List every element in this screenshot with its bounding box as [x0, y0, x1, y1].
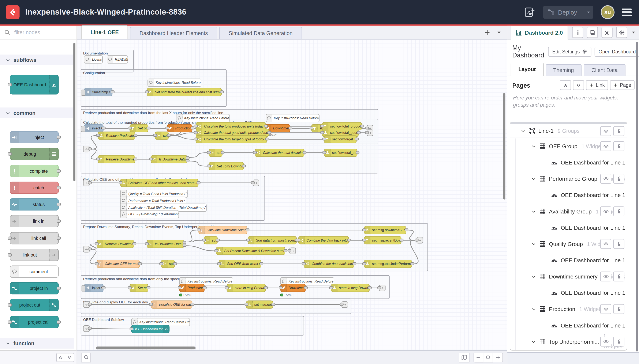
flow-node-linkout[interactable]: [342, 301, 348, 308]
flow-node-linkout[interactable]: [379, 284, 386, 291]
flow-node-comment-readme[interactable]: README: [107, 55, 128, 64]
flow-node-comment-key-instructions-read-b[interactable]: Key Instructions: Read Before Proceeding: [148, 78, 201, 87]
tree-row-widget[interactable]: OEE Dashboard for Line 1: [510, 317, 627, 334]
input-port[interactable]: [8, 320, 12, 324]
flow-node-linkin[interactable]: [83, 246, 90, 252]
input-port[interactable]: [217, 262, 221, 265]
output-port[interactable]: [102, 286, 105, 289]
input-port[interactable]: [129, 328, 133, 330]
input-port[interactable]: [302, 262, 305, 265]
output-port[interactable]: [102, 127, 105, 130]
lock-toggle-button[interactable]: [613, 304, 624, 314]
output-port[interactable]: [173, 262, 177, 265]
palette-section-common[interactable]: common: [0, 108, 74, 118]
flow-node-comment-license[interactable]: License: [84, 55, 103, 64]
output-port[interactable]: [134, 158, 137, 160]
flow-node-sqlite-productiondata[interactable]: ProductionData: [167, 124, 192, 132]
flow-list-caret[interactable]: [497, 30, 501, 34]
flow-node-change-set-msg-downtimesummery[interactable]: set msg.downtimeSummery: [364, 226, 406, 234]
output-port[interactable]: [57, 186, 61, 189]
visibility-toggle-button[interactable]: [600, 337, 611, 346]
output-port[interactable]: [57, 287, 61, 290]
flow-node-change-set-flow-target-output[interactable]: set flow.target_output: [324, 135, 357, 143]
visibility-toggle-button[interactable]: [600, 126, 611, 136]
input-port[interactable]: [95, 242, 98, 245]
sidebar-panel-caret[interactable]: [631, 30, 635, 35]
flow-node-comment-key-instructions-read-b[interactable]: Key Instructions: Read Before Proceeding: [176, 114, 230, 122]
output-port[interactable]: [347, 238, 351, 242]
tree-row-widget[interactable]: OEE Dashboard for Line 1: [510, 252, 627, 268]
flow-node-switch-is-downtime-data-empty-[interactable]: Is Downtime Data Empty?: [147, 240, 184, 248]
output-port[interactable]: [264, 286, 267, 289]
input-port[interactable]: [296, 238, 300, 242]
output-port[interactable]: [242, 164, 245, 168]
input-port[interactable]: [8, 83, 12, 86]
input-port[interactable]: [246, 238, 249, 242]
input-port[interactable]: [309, 127, 313, 130]
flow-node-join-combine-the-data-back-in[interactable]: Combine the data back into an array.: [298, 236, 349, 244]
flow-node-split-split[interactable]: split: [209, 149, 222, 157]
tree-row-widget[interactable]: OEE Dashboard for Line 1: [510, 219, 627, 236]
output-port[interactable]: [400, 238, 403, 242]
output-port[interactable]: [355, 138, 358, 140]
visibility-toggle-button[interactable]: [600, 141, 611, 151]
flow-node-change-set-msg-recentdowntime[interactable]: set msg.recentDowntime: [364, 236, 401, 244]
flow-node-linkout[interactable]: [253, 180, 259, 186]
inject-trigger-button[interactable]: [81, 285, 85, 291]
flow-tab-dashboard-header-elements[interactable]: Dashboard Header Elements: [130, 27, 217, 39]
input-port[interactable]: [225, 286, 228, 289]
input-port[interactable]: [8, 253, 12, 256]
flow-node-comment-oee-availability-[interactable]: OEE = (Availability) * (Performance) * (…: [120, 210, 179, 218]
flow-node-sqlite-downtimedata[interactable]: DowntimeData: [280, 284, 306, 292]
input-port[interactable]: [329, 286, 333, 289]
input-port[interactable]: [278, 286, 282, 289]
input-port[interactable]: [207, 164, 210, 168]
palette-node-catch[interactable]: catch: [10, 182, 59, 194]
flow-node-change-set-params[interactable]: Set params: [130, 124, 148, 132]
add-page-button[interactable]: Page: [610, 80, 634, 90]
input-port[interactable]: [194, 138, 197, 140]
palette-node-complete[interactable]: complete: [10, 165, 59, 177]
palette-node-project-call[interactable]: project call: [10, 316, 59, 328]
flow-node-linkin[interactable]: [83, 325, 90, 332]
input-port[interactable]: [207, 151, 210, 154]
expand-categories-button[interactable]: [65, 353, 74, 362]
open-dashboard-button[interactable]: Open Dashboard: [594, 47, 639, 56]
palette-node-debug[interactable]: debug: [10, 148, 59, 160]
edit-settings-button[interactable]: Edit Settings: [548, 47, 591, 56]
input-port[interactable]: [322, 151, 326, 154]
palette-node-project-in[interactable]: project in: [10, 282, 59, 294]
flow-node-split-split[interactable]: split: [155, 132, 169, 140]
lock-toggle-button[interactable]: [613, 206, 624, 216]
tree-row-group[interactable]: Availability Group1 Widgets: [510, 203, 627, 219]
flow-node-change-store-in-msg-downtimedat[interactable]: store in msg.DowntimeData: [331, 284, 370, 292]
output-port[interactable]: [57, 169, 61, 172]
input-port[interactable]: [96, 134, 100, 137]
flow-node-change-set-msg-topunderperformi[interactable]: set msg.topUnderPerformingMachines: [364, 260, 412, 268]
tree-row-group[interactable]: Performance Group1 Widgets: [510, 170, 627, 187]
canvas-horizontal-scrollbar[interactable]: [96, 346, 195, 350]
flow-node-linkin[interactable]: [83, 301, 90, 308]
input-port[interactable]: [145, 242, 149, 245]
inject-trigger-button[interactable]: [81, 126, 85, 132]
info-tab-button[interactable]: [572, 27, 583, 38]
tree-row-group[interactable]: OEE Group1 Widgets: [510, 138, 627, 154]
flow-node-comment-key-instructions-read-b[interactable]: Key Instructions: Read Before Proceeding: [266, 114, 320, 122]
input-port[interactable]: [128, 286, 131, 289]
tree-row-widget[interactable]: OEE Dashboard for Line 1: [510, 350, 627, 351]
tree-row-group[interactable]: Production1 Widgets: [510, 301, 627, 317]
output-port[interactable]: [216, 238, 219, 242]
flow-node-change-store-in-msg-productiond[interactable]: store in msg.ProductionData: [226, 284, 266, 292]
output-port[interactable]: [288, 127, 292, 130]
flow-node-linkout[interactable]: [289, 248, 296, 254]
palette-section-subflows[interactable]: subflows: [0, 54, 74, 65]
flow-node-change-calculate-oee-and-other-[interactable]: Calculate OEE and other metrics, then st…: [120, 179, 198, 187]
flow-group[interactable]: Calculate and display OEE for each day.: [81, 298, 352, 314]
palette-filter-input[interactable]: [14, 29, 67, 36]
input-port[interactable]: [253, 151, 256, 154]
flow-node-inject-timestamp-[interactable]: timestamp ¹: [84, 88, 112, 96]
input-port[interactable]: [194, 124, 197, 127]
zoom-reset-button[interactable]: [483, 352, 493, 362]
flow-node-change-set-params[interactable]: Set params: [130, 284, 148, 292]
output-port-2[interactable]: [182, 244, 186, 246]
